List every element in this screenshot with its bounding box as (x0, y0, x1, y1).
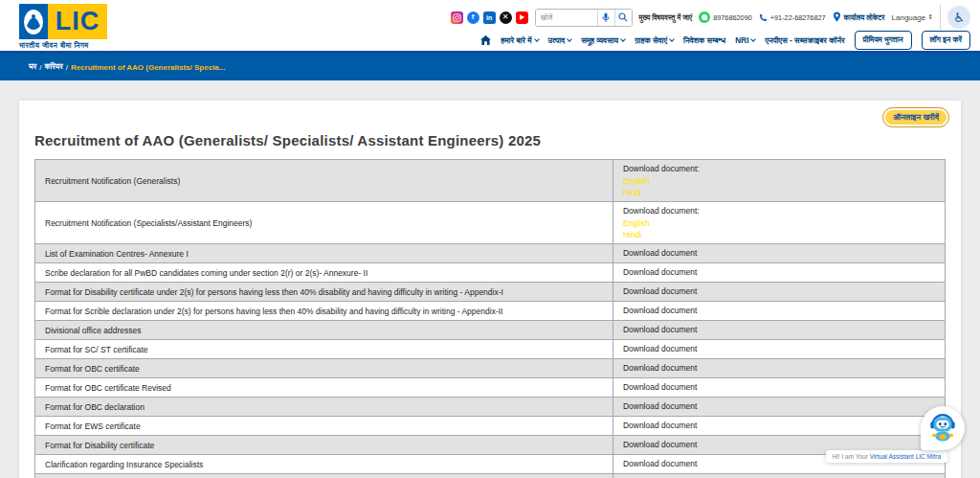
download-document-link[interactable]: Download document (623, 362, 935, 375)
download-cell: Download document (612, 302, 945, 321)
chatbot-tooltip-link[interactable]: Virtual Assistant LIC Mitra (870, 453, 941, 460)
document-title: Format for Disability certificate under … (35, 283, 613, 302)
download-cell: Download document (612, 340, 945, 359)
nav-item[interactable]: NRI (735, 35, 755, 45)
table-row: Clarification regarding Insurance Specia… (35, 455, 946, 474)
language-selector[interactable]: Language ⇕ (892, 13, 933, 22)
download-document-link[interactable]: Download document (623, 324, 935, 336)
nav-item[interactable]: हमारे बारे में (501, 35, 538, 46)
download-link-english[interactable]: English (623, 217, 935, 229)
download-cell: Download document (612, 321, 945, 340)
skip-to-content-link[interactable]: मुख्य विषयवस्तु में जाएं (639, 13, 693, 22)
document-title: Format for Scrible declaration under 2(s… (35, 302, 613, 321)
download-document-link[interactable]: Download document (623, 247, 935, 260)
buy-online-button[interactable]: ऑनलाइन खरीदें (882, 107, 949, 127)
document-title: Clarification regarding Insurance Specia… (35, 455, 613, 474)
linkedin-icon[interactable]: in (483, 11, 496, 24)
phone-icon (759, 9, 768, 26)
table-row: Frequently Asked Questions (FAQs)Downloa… (35, 474, 946, 478)
chevron-down-icon (751, 36, 757, 42)
document-title: Format for SC/ ST certificate (35, 340, 613, 359)
download-link-english[interactable]: English (623, 175, 935, 187)
table-row: Recruitment Notification (Specialists/As… (35, 202, 946, 244)
download-cell: Download document (612, 359, 945, 378)
page-title: Recruitment of AAO (Generalists/ Special… (19, 101, 961, 159)
lic-logo[interactable]: LIC भारतीय जीवन बीमा निगम LIFE INSURANCE… (19, 4, 134, 56)
download-document-link[interactable]: Download document (623, 285, 935, 298)
facebook-icon[interactable]: f (467, 11, 479, 24)
premium-payment-button[interactable]: प्रीमियम भुगतान (855, 31, 912, 50)
document-title: Scribe declaration for all PwBD candidat… (35, 263, 613, 283)
download-document-link[interactable]: Download document (623, 343, 935, 355)
social-icons: f in ✕ (451, 11, 528, 24)
table-row: Format for SC/ ST certificateDownload do… (35, 340, 946, 359)
download-cell: Download document:EnglishHindi (612, 202, 945, 244)
download-cell: Download document (612, 378, 945, 398)
instagram-icon[interactable] (451, 11, 463, 24)
download-cell: Download document (612, 417, 945, 436)
search-submit-button[interactable] (614, 9, 632, 27)
nav-item[interactable]: ग्राहक सेवाएं (635, 35, 674, 46)
table-row: Format for OBC declarationDownload docum… (35, 398, 946, 417)
breadcrumb-current: Recruitment of AAO (Generalists/ Specia.… (71, 63, 226, 72)
content-panel: ऑनलाइन खरीदें Recruitment of AAO (Genera… (19, 101, 961, 478)
logo-hindi-name: भारतीय जीवन बीमा निगम (19, 41, 134, 51)
table-row: Format for OBC certificate RevisedDownlo… (35, 378, 946, 398)
search-bar (535, 9, 633, 27)
download-document-link[interactable]: Download document (623, 381, 935, 394)
robot-mascot-icon (924, 408, 961, 448)
nav-item[interactable]: निवेशक सम्बन्ध (683, 35, 725, 46)
document-title: Frequently Asked Questions (FAQs) (35, 474, 613, 478)
main-nav-items: हमारे बारे मेंउत्पादसमूह व्यवसायग्राहक स… (501, 35, 844, 46)
chevron-down-icon (534, 36, 540, 42)
download-document-link[interactable]: Download document: (623, 205, 935, 217)
nav-item[interactable]: एनपीएस - सब्सक्राइबर कॉर्नर (765, 35, 844, 46)
breadcrumb-career[interactable]: करियर (44, 62, 62, 72)
download-cell: Download document (612, 244, 945, 263)
table-row: Format for EWS certificateDownload docum… (35, 417, 946, 436)
login-button[interactable]: लॉग इन करें (922, 31, 970, 50)
documents-table-body: Recruitment Notification (Generalists)Do… (35, 160, 946, 478)
download-cell: Download document (612, 398, 945, 417)
table-row: Format for Disability certificate under … (35, 283, 946, 302)
table-row: Format for OBC certificateDownload docum… (35, 359, 946, 378)
document-title: Recruitment Notification (Generalists) (35, 160, 613, 202)
download-cell: Download document:EnglishHindi (612, 160, 945, 202)
x-twitter-icon[interactable]: ✕ (500, 11, 512, 24)
document-title: Recruitment Notification (Specialists/As… (35, 202, 613, 244)
whatsapp-contact[interactable]: 8976862090 (699, 11, 752, 23)
document-title: List of Examination Centres- Annexure I (35, 244, 613, 263)
download-link-hindi[interactable]: Hindi (623, 187, 935, 198)
table-row: Divisional office addressesDownload docu… (35, 321, 946, 340)
document-title: Divisional office addresses (35, 321, 613, 340)
whatsapp-icon (699, 11, 710, 23)
chatbot-button[interactable] (921, 406, 965, 450)
download-document-link[interactable]: Download document (623, 400, 935, 413)
location-pin-icon (833, 9, 841, 26)
download-document-link[interactable]: Download document (623, 266, 935, 279)
nav-item[interactable]: समूह व्यवसाय (581, 35, 625, 46)
youtube-icon[interactable] (516, 11, 528, 24)
nav-item[interactable]: उत्पाद (548, 35, 572, 46)
header-utility-bar: f in ✕ मुख्य विषयवस्तु में जाएं 89768620… (451, 5, 970, 30)
voice-search-button[interactable] (597, 9, 614, 27)
lic-wordmark: LIC (48, 4, 107, 39)
wheelchair-icon: ♿ (953, 11, 965, 25)
logo-english-name: LIFE INSURANCE CORPORATION OF INDIA (19, 51, 134, 56)
home-icon[interactable] (480, 35, 491, 45)
download-document-link[interactable]: Download document: (623, 163, 935, 175)
download-link-hindi[interactable]: Hindi (623, 229, 935, 240)
lic-emblem-icon (19, 4, 48, 39)
breadcrumb: घर / करियर / Recruitment of AAO (General… (0, 54, 980, 80)
breadcrumb-separator: / (66, 63, 68, 72)
phone-contact[interactable]: +91-22-68276827 (759, 9, 826, 26)
accessibility-button[interactable]: ♿ (947, 6, 970, 29)
download-document-link[interactable]: Download document (623, 420, 935, 432)
download-document-link[interactable]: Download document (623, 305, 935, 317)
breadcrumb-home[interactable]: घर (29, 62, 36, 72)
search-input[interactable] (536, 10, 597, 26)
download-cell: Download document (612, 263, 945, 283)
office-locator[interactable]: कार्यालय लोकेटर (833, 9, 885, 26)
document-title: Format for Disability certificate (35, 436, 613, 455)
breadcrumb-separator: / (39, 63, 41, 72)
